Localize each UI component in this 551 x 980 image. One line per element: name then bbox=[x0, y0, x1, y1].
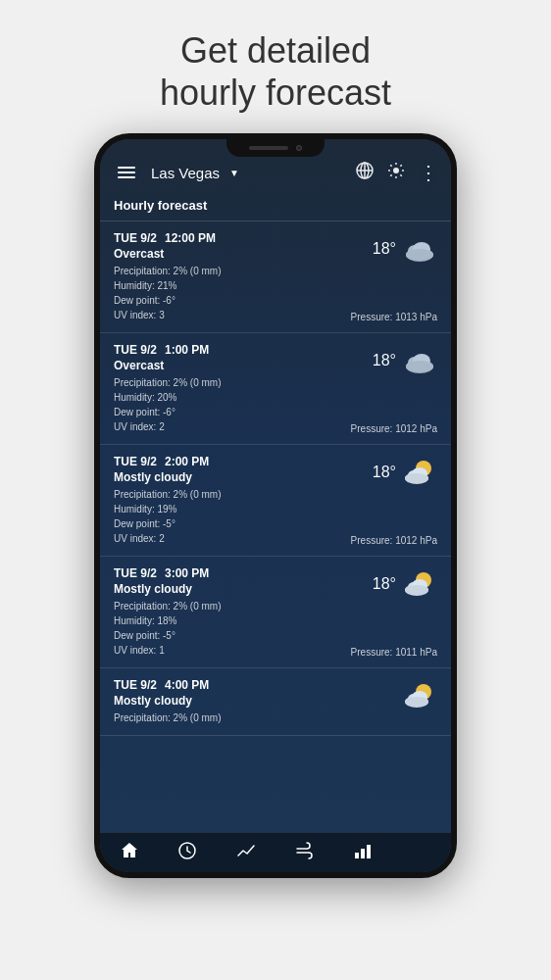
nav-home[interactable] bbox=[120, 841, 139, 860]
forecast-left: TUE 9/2 2:00 PM Mostly cloudy Precipitat… bbox=[114, 455, 339, 546]
pressure-text: Pressure: 1012 hPa bbox=[351, 535, 437, 546]
temp-icon-row: 18° bbox=[373, 566, 437, 602]
dropdown-arrow-icon[interactable]: ▼ bbox=[229, 168, 239, 178]
pressure-text: Pressure: 1011 hPa bbox=[351, 647, 437, 658]
forecast-detail: Precipitation: 2% (0 mm) bbox=[114, 710, 339, 725]
svg-point-17 bbox=[405, 473, 428, 483]
pressure-text: Pressure: 1013 hPa bbox=[351, 312, 437, 322]
phone-device: Las Vegas ▼ ⋮ bbox=[94, 133, 457, 878]
forecast-time: 1:00 PM bbox=[165, 343, 209, 357]
forecast-detail: Precipitation: 2% (0 mm) Humidity: 20% D… bbox=[114, 375, 339, 434]
forecast-condition: Mostly cloudy bbox=[114, 582, 339, 596]
svg-point-12 bbox=[406, 361, 433, 372]
forecast-left: TUE 9/2 12:00 PM Overcast Precipitation:… bbox=[114, 231, 339, 322]
phone-top-notch bbox=[226, 139, 325, 157]
svg-rect-31 bbox=[367, 845, 371, 858]
nav-clock[interactable] bbox=[177, 841, 197, 860]
forecast-item: TUE 9/2 2:00 PM Mostly cloudy Precipitat… bbox=[100, 445, 451, 557]
temperature: 18° bbox=[373, 352, 396, 369]
temperature: 18° bbox=[373, 240, 396, 258]
page-headline: Get detailed hourly forecast bbox=[160, 29, 391, 114]
forecast-time-row: TUE 9/2 2:00 PM bbox=[114, 455, 339, 468]
more-icon[interactable]: ⋮ bbox=[419, 161, 437, 184]
svg-point-22 bbox=[405, 585, 428, 595]
svg-point-8 bbox=[406, 249, 433, 261]
forecast-time-row: TUE 9/2 3:00 PM bbox=[114, 566, 339, 580]
forecast-time-row: TUE 9/2 4:00 PM bbox=[114, 678, 339, 692]
forecast-condition: Mostly cloudy bbox=[114, 470, 339, 484]
phone-screen: Las Vegas ▼ ⋮ bbox=[100, 139, 451, 872]
temp-icon-row: 18° bbox=[373, 455, 437, 490]
forecast-date: TUE 9/2 bbox=[114, 231, 157, 245]
forecast-item: TUE 9/2 1:00 PM Overcast Precipitation: … bbox=[100, 333, 451, 445]
temperature: 18° bbox=[373, 575, 396, 593]
forecast-condition: Overcast bbox=[114, 247, 339, 261]
svg-point-4 bbox=[393, 168, 399, 173]
svg-point-27 bbox=[405, 697, 428, 707]
forecast-condition: Overcast bbox=[114, 359, 339, 372]
svg-rect-30 bbox=[361, 849, 365, 858]
forecast-item: TUE 9/2 3:00 PM Mostly cloudy Precipitat… bbox=[100, 557, 451, 668]
forecast-time: 4:00 PM bbox=[165, 678, 209, 692]
svg-rect-29 bbox=[355, 853, 359, 858]
forecast-time-row: TUE 9/2 1:00 PM bbox=[114, 343, 339, 357]
forecast-item: TUE 9/2 4:00 PM Mostly cloudy Precipitat… bbox=[100, 668, 451, 736]
bottom-nav bbox=[100, 832, 451, 872]
nav-trend[interactable] bbox=[236, 841, 256, 860]
forecast-condition: Mostly cloudy bbox=[114, 694, 339, 708]
temperature: 18° bbox=[373, 464, 396, 481]
nav-chart[interactable] bbox=[353, 841, 373, 860]
forecast-time: 3:00 PM bbox=[165, 566, 209, 580]
forecast-item: TUE 9/2 12:00 PM Overcast Precipitation:… bbox=[100, 221, 451, 333]
top-bar-icons: ⋮ bbox=[356, 161, 437, 184]
city-name[interactable]: Las Vegas bbox=[151, 165, 220, 181]
forecast-time: 12:00 PM bbox=[165, 231, 216, 245]
temp-icon-row: 18° bbox=[373, 343, 437, 378]
forecast-time: 2:00 PM bbox=[165, 455, 209, 468]
temp-icon-row: 18° bbox=[373, 231, 437, 267]
forecast-right bbox=[339, 678, 437, 725]
settings-icon[interactable] bbox=[387, 162, 405, 183]
nav-wind[interactable] bbox=[295, 841, 315, 860]
forecast-date: TUE 9/2 bbox=[114, 678, 157, 692]
forecast-time-row: TUE 9/2 12:00 PM bbox=[114, 231, 339, 245]
section-title: Hourly forecast bbox=[100, 192, 451, 221]
forecast-left: TUE 9/2 4:00 PM Mostly cloudy Precipitat… bbox=[114, 678, 339, 725]
forecast-date: TUE 9/2 bbox=[114, 343, 157, 357]
forecast-right: 18° Pressure: 1013 hPa bbox=[339, 231, 437, 322]
forecast-list: TUE 9/2 12:00 PM Overcast Precipitation:… bbox=[100, 221, 451, 832]
forecast-date: TUE 9/2 bbox=[114, 566, 157, 580]
speaker bbox=[249, 146, 288, 150]
camera bbox=[296, 145, 302, 151]
forecast-right: 18° Pressure: 1012 hPa bbox=[339, 455, 437, 546]
forecast-right: 18° Pressure: 1011 hPa bbox=[339, 566, 437, 658]
forecast-detail: Precipitation: 2% (0 mm) Humidity: 19% D… bbox=[114, 487, 339, 546]
forecast-left: TUE 9/2 1:00 PM Overcast Precipitation: … bbox=[114, 343, 339, 434]
forecast-detail: Precipitation: 2% (0 mm) Humidity: 18% D… bbox=[114, 599, 339, 658]
forecast-detail: Precipitation: 2% (0 mm) Humidity: 21% D… bbox=[114, 264, 339, 322]
forecast-right: 18° Pressure: 1012 hPa bbox=[339, 343, 437, 434]
pressure-text: Pressure: 1012 hPa bbox=[351, 423, 437, 434]
forecast-date: TUE 9/2 bbox=[114, 455, 157, 468]
temp-icon-row bbox=[396, 678, 437, 713]
forecast-left: TUE 9/2 3:00 PM Mostly cloudy Precipitat… bbox=[114, 566, 339, 658]
menu-button[interactable] bbox=[114, 163, 139, 182]
globe-icon[interactable] bbox=[356, 162, 374, 183]
nav-night[interactable] bbox=[412, 841, 431, 860]
